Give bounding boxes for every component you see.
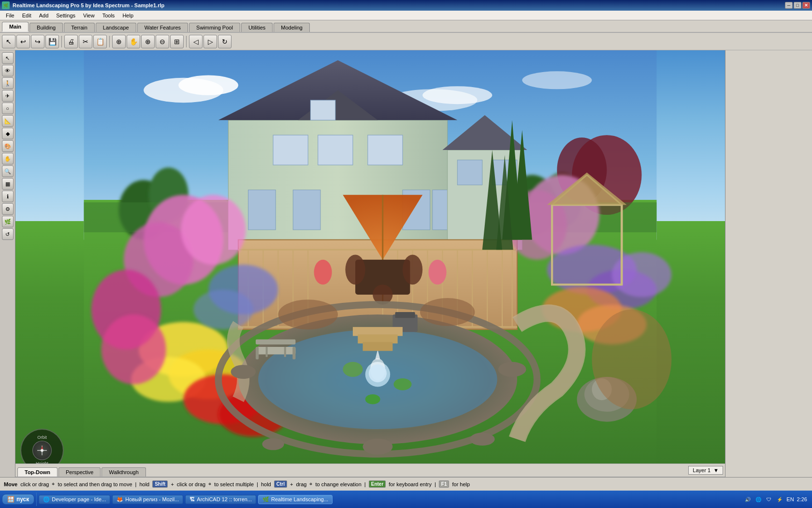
status-help3: drag xyxy=(296,481,306,487)
taskbar-item-3-label: Realtime Landscaping... xyxy=(271,496,328,502)
paste-button[interactable]: 📋 xyxy=(93,35,107,48)
tab-swimming-pool[interactable]: Swimming Pool xyxy=(189,23,240,32)
view-tabs: Top-Down Perspective Walkthrough Layer 1… xyxy=(15,463,725,477)
svg-point-51 xyxy=(403,254,422,284)
scene-viewport[interactable]: Orbit Height xyxy=(15,50,725,477)
side-layers-tool[interactable]: ▦ xyxy=(2,178,14,190)
side-look-tool[interactable]: 👁 xyxy=(2,65,14,76)
taskbar-item-1[interactable]: 🦊 Новый релиз - Mozil... xyxy=(112,495,183,504)
svg-rect-91 xyxy=(284,347,286,357)
side-fly-tool[interactable]: ✈ xyxy=(2,90,14,102)
close-button[interactable]: ✕ xyxy=(802,2,810,9)
side-measure-tool[interactable]: 📐 xyxy=(2,115,14,127)
tab-landscape[interactable]: Landscape xyxy=(96,23,136,32)
pan-button[interactable]: ✋ xyxy=(127,35,140,48)
svg-point-53 xyxy=(314,260,332,285)
svg-rect-106 xyxy=(363,342,393,351)
next-view-button[interactable]: ▷ xyxy=(203,35,217,48)
print-button[interactable]: 🖨 xyxy=(64,35,78,48)
taskbar-tray: 🔊 🌐 🛡 ⚡ EN 2:26 xyxy=(741,495,810,503)
tab-water-features[interactable]: Water Features xyxy=(137,23,188,32)
save-button[interactable]: 💾 xyxy=(45,35,59,48)
side-refresh-tool[interactable]: ↺ xyxy=(2,228,14,240)
zoom-in-button[interactable]: ⊕ xyxy=(141,35,155,48)
view-tab-perspective[interactable]: Perspective xyxy=(58,467,101,477)
taskbar-item-1-icon: 🦊 xyxy=(116,496,123,503)
svg-point-75 xyxy=(193,290,253,329)
menu-edit[interactable]: Edit xyxy=(18,12,35,19)
svg-point-84 xyxy=(369,364,387,382)
select-tool-button[interactable]: ↖ xyxy=(2,35,15,48)
tab-modeling[interactable]: Modeling xyxy=(274,23,310,32)
maximize-button[interactable]: □ xyxy=(794,2,801,9)
status-hold-label: hold xyxy=(139,481,149,487)
title-bar: 🌿 Realtime Landscaping Pro 5 by Idea Spe… xyxy=(0,0,812,11)
side-plant-tool[interactable]: 🌿 xyxy=(2,216,14,227)
side-zoom-tool[interactable]: 🔍 xyxy=(2,165,14,177)
minimize-button[interactable]: ─ xyxy=(785,2,793,9)
menu-tools[interactable]: Tools xyxy=(99,12,119,19)
app-icon: 🌿 xyxy=(2,1,10,9)
svg-rect-86 xyxy=(256,347,295,354)
svg-point-50 xyxy=(345,254,365,284)
layer-dropdown-icon[interactable]: ▼ xyxy=(713,467,719,473)
tab-bar: Main Building Terrain Landscape Water Fe… xyxy=(0,20,812,33)
side-color-tool[interactable]: 🎨 xyxy=(2,140,14,152)
menu-view[interactable]: View xyxy=(79,12,99,19)
view-tab-walkthrough[interactable]: Walkthrough xyxy=(102,467,145,477)
svg-point-113 xyxy=(363,439,393,455)
canvas-area[interactable]: Orbit Height Top-Down Perspective Walkth… xyxy=(15,50,725,477)
side-settings-tool[interactable]: ⚙ xyxy=(2,203,14,215)
zoom-out-button[interactable]: ⊖ xyxy=(156,35,169,48)
status-help2: click or drag xyxy=(177,481,205,487)
menu-file[interactable]: File xyxy=(2,12,18,19)
svg-marker-119 xyxy=(41,446,43,449)
toolbar-separator-2 xyxy=(109,36,110,47)
prev-view-button[interactable]: ◁ xyxy=(189,35,203,48)
svg-point-111 xyxy=(231,365,256,379)
start-button[interactable]: 🪟 пуск xyxy=(2,494,34,505)
cut-button[interactable]: ✂ xyxy=(79,35,92,48)
rotate-button[interactable]: ↻ xyxy=(218,35,232,48)
status-help1: click or drag xyxy=(20,481,49,487)
svg-rect-27 xyxy=(457,160,482,185)
taskbar-item-2[interactable]: 🏗 ArchiCAD 12 :: torren... xyxy=(185,495,256,504)
tab-utilities[interactable]: Utilities xyxy=(241,23,273,32)
svg-rect-19 xyxy=(293,190,320,230)
tab-building[interactable]: Building xyxy=(29,23,63,32)
status-hold2: hold xyxy=(261,481,271,487)
left-sidebar: ↖ 👁 🚶 ✈ ○ 📐 ◆ 🎨 ✋ 🔍 ▦ ℹ ⚙ 🌿 ↺ xyxy=(0,50,15,477)
menu-add[interactable]: Add xyxy=(35,12,53,19)
svg-point-81 xyxy=(365,394,380,404)
side-node-tool[interactable]: ◆ xyxy=(2,128,14,139)
svg-point-57 xyxy=(181,195,246,265)
scene-svg[interactable] xyxy=(15,50,725,477)
tray-icon-1: 🔊 xyxy=(744,495,752,503)
view-tab-topdown[interactable]: Top-Down xyxy=(17,467,58,477)
taskbar-item-3[interactable]: 🌿 Realtime Landscaping... xyxy=(258,495,333,504)
svg-point-112 xyxy=(498,362,526,377)
side-info-tool[interactable]: ℹ xyxy=(2,191,14,202)
undo-button[interactable]: ↩ xyxy=(16,35,30,48)
menu-settings[interactable]: Settings xyxy=(52,12,79,19)
taskbar-item-2-icon: 🏗 xyxy=(189,496,195,502)
taskbar-items: 🌐 Developer page - Ide... 🦊 Новый релиз … xyxy=(39,495,739,504)
orbit-button[interactable]: ⊕ xyxy=(112,35,126,48)
taskbar-item-0-icon: 🌐 xyxy=(43,496,50,503)
side-select-tool[interactable]: ↖ xyxy=(2,52,14,64)
right-sidebar xyxy=(725,50,812,477)
status-key-shift: Shift xyxy=(152,480,168,488)
tab-main[interactable]: Main xyxy=(2,22,29,32)
svg-rect-24 xyxy=(310,100,335,120)
fit-button[interactable]: ⊞ xyxy=(170,35,184,48)
status-help2-detail: to select multiple xyxy=(214,481,254,487)
start-label: пуск xyxy=(16,496,29,503)
svg-point-54 xyxy=(429,260,447,285)
side-circle-tool[interactable]: ○ xyxy=(2,103,14,114)
taskbar-item-0[interactable]: 🌐 Developer page - Ide... xyxy=(39,495,110,504)
menu-help[interactable]: Help xyxy=(118,12,137,19)
tab-terrain[interactable]: Terrain xyxy=(64,23,95,32)
redo-button[interactable]: ↪ xyxy=(31,35,44,48)
side-walk-tool[interactable]: 🚶 xyxy=(2,77,14,89)
side-hand-tool[interactable]: ✋ xyxy=(2,153,14,164)
